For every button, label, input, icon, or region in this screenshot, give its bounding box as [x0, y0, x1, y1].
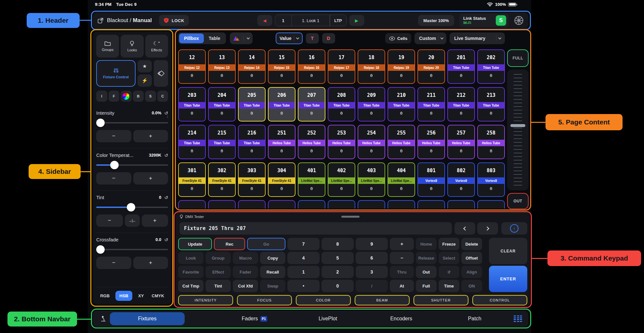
fixture-cell-256[interactable]: 256Helios Tube0 — [417, 125, 445, 159]
fixture-cell-401[interactable]: 401LiteMat Spe...0 — [298, 162, 325, 197]
fixture-cell-214[interactable]: 214Titan Tube0 — [178, 125, 206, 159]
fixture-cell-403[interactable]: 403LiteMat Spe...0 — [358, 162, 385, 197]
tab-pillbox[interactable]: Pillbox — [179, 33, 204, 43]
fixture-cell-212[interactable]: 212Titan Tube0 — [447, 87, 475, 122]
fader-handle[interactable] — [510, 124, 525, 127]
keypad-delete[interactable]: Delete — [461, 238, 482, 250]
fixture-cell-13[interactable]: 13Ratpac 130 — [208, 49, 236, 84]
fixture-cell-216[interactable]: 216Titan Tube0 — [238, 125, 266, 159]
fixture-cell-211[interactable]: 211Titan Tube0 — [417, 87, 445, 122]
keypad-copy[interactable]: Copy — [260, 252, 285, 264]
sidebar-item-looks[interactable]: Looks — [121, 35, 143, 58]
fixture-cell-252[interactable]: 252Helios Tube0 — [298, 125, 325, 159]
keypad-release[interactable]: Release — [416, 252, 437, 264]
reset-icon[interactable]: ↺ — [164, 153, 168, 158]
fixture-cell-257[interactable]: 257Helios Tube0 — [447, 125, 475, 159]
keypad-align[interactable]: Align — [461, 266, 482, 278]
minus-button[interactable]: − — [96, 130, 131, 142]
keypad-go[interactable]: Go — [247, 238, 285, 250]
keypad-0[interactable]: 0 — [322, 280, 354, 292]
keypad-6[interactable]: 6 — [356, 252, 388, 264]
fixture-cell-803[interactable]: 803Vortex80 — [477, 162, 505, 197]
fixture-cell-208[interactable]: 208Titan Tube0 — [328, 87, 355, 122]
keypad-on[interactable]: ON — [461, 280, 482, 292]
slider-thumb[interactable] — [96, 245, 105, 254]
fixture-cell-251[interactable]: 251Helios Tube0 — [268, 125, 296, 159]
custom-dropdown[interactable]: Custom — [414, 32, 446, 44]
keypad-update[interactable]: Update — [178, 238, 212, 250]
fixture-cell-15[interactable]: 15Ratpac 150 — [268, 49, 296, 84]
fixture-cell-210[interactable]: 210Titan Tube0 — [388, 87, 415, 122]
keypad-thru[interactable]: Thru — [390, 266, 414, 278]
settings-wheel-icon[interactable] — [514, 16, 524, 25]
attr-chip-i[interactable]: I — [96, 91, 107, 102]
nav-item-patch[interactable]: Patch — [438, 316, 511, 322]
fixture-cell-213[interactable]: 213Titan Tube0 — [477, 87, 505, 122]
keypad-3[interactable]: 3 — [356, 266, 388, 278]
keypad-8[interactable]: 8 — [322, 238, 354, 250]
keypad-recall[interactable]: Recall — [260, 266, 285, 278]
minus-button[interactable]: − — [96, 214, 123, 227]
slider-thumb[interactable] — [96, 119, 105, 127]
export-icon[interactable] — [98, 18, 104, 24]
color-wheel-chip[interactable] — [121, 91, 132, 102]
palette-focus[interactable]: FOCUS — [237, 295, 292, 305]
quick-actions-bolt-button[interactable]: ⚡ — [138, 74, 152, 87]
keypad-1[interactable]: 1 — [287, 266, 320, 278]
fixture-cell-206[interactable]: 206Titan Tube0 — [268, 87, 296, 122]
reset-icon[interactable]: ↺ — [164, 195, 168, 200]
keypad-out[interactable]: Out — [416, 266, 437, 278]
keypad-home[interactable]: Home — [416, 238, 437, 250]
keypad-macro[interactable]: Macro — [233, 252, 258, 264]
keypad-•[interactable]: • — [287, 280, 320, 292]
minus-button[interactable]: − — [96, 257, 131, 269]
fixture-cell-12[interactable]: 12Ratpac 120 — [178, 49, 206, 84]
fixture-cell-partial[interactable] — [178, 200, 206, 209]
fixture-cell-18[interactable]: 18Ratpac 180 — [358, 49, 385, 84]
command-back-button[interactable] — [454, 222, 475, 235]
lock-button[interactable]: LOCK — [159, 15, 189, 26]
out-button[interactable]: OUT — [507, 193, 529, 209]
next-cue-button[interactable]: ▶ — [349, 15, 364, 26]
fixture-cell-253[interactable]: 253Helios Tube0 — [328, 125, 355, 159]
master-button[interactable]: Master 100% — [418, 15, 454, 26]
t-button[interactable]: T — [306, 33, 319, 44]
fixture-cell-partial[interactable] — [417, 200, 445, 209]
keypad-tint[interactable]: Tint — [205, 280, 231, 292]
fixture-cell-partial[interactable] — [238, 200, 266, 209]
section-slider[interactable] — [96, 119, 168, 127]
attr-chip-s[interactable]: S — [145, 91, 156, 102]
fixture-cell-404[interactable]: 404LiteMat Spe...0 — [388, 162, 415, 197]
color-mode-cmyk[interactable]: CMYK — [150, 291, 166, 301]
command-line-input[interactable]: Fixture 205 Thru 207 — [179, 222, 452, 235]
full-button[interactable]: FULL — [507, 49, 529, 67]
keypad-swap[interactable]: Swap — [260, 280, 285, 292]
fixture-cell-19[interactable]: 19Ratpac 190 — [388, 49, 415, 84]
minus-button[interactable]: − — [96, 172, 131, 185]
attr-chip-f[interactable]: F — [109, 91, 120, 102]
sidebar-item-effects[interactable]: ☾✦ Effects — [145, 35, 168, 58]
fixture-cell-209[interactable]: 209Titan Tube0 — [358, 87, 385, 122]
fixture-cell-partial[interactable] — [268, 200, 296, 209]
nav-item-liveplot[interactable]: LivePlot — [291, 316, 364, 322]
sidebar-item-groups[interactable]: Groups — [96, 35, 119, 58]
fixture-cell-215[interactable]: 215Titan Tube0 — [208, 125, 236, 159]
plus-button[interactable]: + — [133, 130, 168, 142]
palette-control[interactable]: CONTROL — [472, 295, 527, 305]
plus-button[interactable]: + — [142, 214, 168, 227]
keypad-time[interactable]: Time — [439, 280, 459, 292]
cue-display[interactable]: 1 1. Look 1 LTP — [275, 15, 347, 26]
keypad-−[interactable]: − — [390, 252, 414, 264]
keypad-offset[interactable]: Offset — [461, 252, 482, 264]
section-slider[interactable] — [96, 245, 168, 254]
keypad-col-xfd[interactable]: Col Xfd — [233, 280, 258, 292]
fixture-cell-202[interactable]: 202Titan Tube0 — [477, 49, 505, 84]
palette-color[interactable]: COLOR — [296, 295, 351, 305]
keypad-if[interactable]: if — [439, 266, 459, 278]
plus-button[interactable]: + — [133, 172, 168, 185]
attr-chip-b[interactable]: B — [133, 91, 144, 102]
fixture-cell-255[interactable]: 255Helios Tube0 — [388, 125, 415, 159]
command-forward-button[interactable] — [477, 222, 498, 235]
fixture-control-button[interactable]: Fixture Control — [96, 60, 136, 87]
fixture-cell-partial[interactable] — [447, 200, 475, 209]
